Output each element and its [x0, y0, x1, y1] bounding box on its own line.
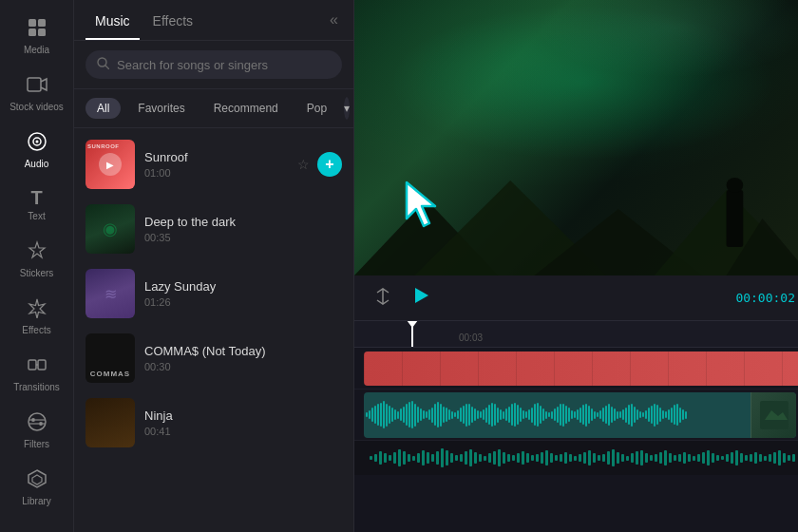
song-title-deep-dark: Deep to the dark: [144, 215, 342, 229]
eq-bar: [526, 453, 529, 463]
eq-bar: [621, 454, 624, 462]
svg-line-21: [105, 66, 109, 69]
sidebar-item-filters[interactable]: Filters: [0, 402, 73, 459]
waveform-bar: [602, 408, 604, 421]
eq-bar: [474, 452, 477, 464]
waveform-bar: [437, 402, 439, 428]
eq-bar: [598, 455, 600, 461]
song-title-sunroof: Sunroof: [144, 150, 286, 164]
timecode-display: 00:00:02: [735, 291, 795, 305]
sidebar-item-label: Media: [24, 45, 49, 55]
eq-bar: [545, 450, 548, 466]
eq-bar: [693, 456, 695, 461]
waveform-bar: [611, 407, 613, 424]
waveform-bar: [394, 409, 396, 420]
media-icon: [27, 17, 48, 41]
svg-point-12: [31, 418, 35, 422]
sidebar-item-media[interactable]: Media: [0, 8, 73, 65]
filter-favorites[interactable]: Favorites: [126, 98, 196, 119]
eq-bar: [636, 451, 638, 465]
song-item-lazy-sunday[interactable]: ≋ Lazy Sunday 01:26: [74, 261, 353, 326]
eq-bar: [773, 452, 776, 464]
waveform-bar: [414, 404, 416, 427]
waveform-bar: [540, 406, 542, 424]
waveform-bar: [483, 409, 484, 420]
timeline-ruler: 00:03: [354, 321, 798, 348]
sidebar-item-stickers[interactable]: Stickers: [0, 231, 73, 288]
waveform-bar: [582, 405, 584, 425]
filter-more-button[interactable]: ▾: [344, 97, 350, 120]
waveform: [364, 392, 796, 438]
eq-bar: [683, 452, 686, 464]
song-item-deep-dark[interactable]: ◉ Deep to the dark 00:35: [74, 197, 353, 261]
waveform-bar: [568, 408, 570, 421]
waveform-bar: [423, 410, 425, 420]
song-item-ninja[interactable]: Ninja 00:41: [74, 390, 353, 455]
waveform-bar: [491, 403, 493, 428]
waveform-bar: [511, 404, 513, 425]
filter-all[interactable]: All: [86, 98, 121, 119]
waveform-bar: [377, 404, 379, 425]
eq-bar: [678, 454, 681, 462]
add-button-sunroof[interactable]: +: [317, 152, 342, 177]
eq-bar: [446, 450, 448, 466]
eq-bar: [778, 450, 781, 466]
favorite-button-sunroof[interactable]: ☆: [295, 155, 312, 174]
collapse-button[interactable]: «: [326, 8, 342, 32]
filter-pop[interactable]: Pop: [295, 98, 338, 119]
sidebar-item-label: Library: [22, 496, 51, 506]
split-button[interactable]: [370, 283, 396, 314]
waveform-bar: [580, 408, 581, 423]
eq-bar: [617, 452, 619, 464]
waveform-bar: [508, 407, 510, 424]
search-box: [86, 50, 342, 79]
sidebar-item-transitions[interactable]: Transitions: [0, 345, 73, 402]
sidebar-item-effects[interactable]: Effects: [0, 288, 73, 345]
audio-track-row: [354, 390, 798, 441]
waveform-bar: [477, 410, 479, 420]
eq-bar: [550, 453, 553, 463]
waveform-bar: [374, 406, 376, 424]
sidebar-item-text[interactable]: T Text: [0, 179, 73, 231]
audio-track-bar[interactable]: [364, 392, 796, 438]
playhead[interactable]: [411, 321, 413, 347]
waveform-bar: [400, 408, 402, 421]
waveform-bar: [466, 404, 467, 427]
play-button[interactable]: [408, 282, 434, 314]
sidebar-item-library[interactable]: Library: [0, 459, 73, 516]
eq-bar: [469, 449, 472, 466]
eq-bar: [593, 453, 596, 463]
eq-bar: [721, 456, 724, 460]
video-track-bar[interactable]: [364, 352, 798, 386]
waveform-bar: [371, 408, 373, 421]
filter-recommend[interactable]: Recommend: [202, 98, 290, 119]
search-section: [74, 41, 353, 89]
waveform-bar: [631, 404, 633, 427]
song-title-lazy-sunday: Lazy Sunday: [144, 279, 342, 294]
waveform-bar: [679, 408, 681, 423]
song-duration-commas: 00:30: [144, 361, 342, 372]
waveform-bar: [562, 404, 564, 427]
eq-bar: [408, 454, 410, 462]
tab-music[interactable]: Music: [86, 0, 140, 40]
sidebar-item-audio[interactable]: Audio: [0, 122, 73, 179]
play-button-sunroof[interactable]: ▶: [99, 153, 122, 176]
svg-rect-3: [38, 28, 46, 36]
song-duration-lazy-sunday: 01:26: [144, 296, 342, 308]
text-icon: T: [30, 188, 42, 207]
waveform-bar: [628, 405, 630, 425]
waveform-bar: [619, 411, 621, 417]
preview-area: [354, 0, 798, 276]
waveform-bar: [366, 412, 368, 417]
song-thumbnail-sunroof: ▶: [86, 140, 135, 189]
search-input[interactable]: [117, 58, 331, 72]
song-item-sunroof[interactable]: ▶ Sunroof 01:00 ☆ +: [74, 132, 353, 197]
waveform-bar: [565, 406, 567, 424]
waveform-bar: [551, 411, 553, 419]
song-item-commas[interactable]: COMMAS COMMA$ (Not Today) 00:30: [74, 326, 353, 390]
sidebar-item-stock-videos[interactable]: Stock videos: [0, 65, 73, 122]
waveform-bar: [503, 411, 504, 419]
waveform-bar: [494, 404, 496, 425]
eq-bar: [398, 449, 401, 466]
tab-effects[interactable]: Effects: [143, 0, 203, 40]
